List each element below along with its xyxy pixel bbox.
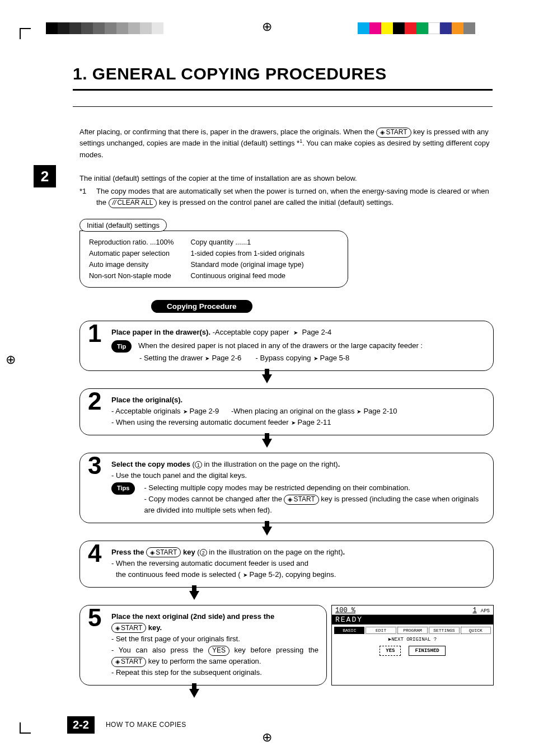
start-key-icon: START [146, 547, 181, 557]
settings-col-2: Copy quantity ......11-sided copies from… [190, 237, 305, 281]
lcd-yes-button[interactable]: YES [380, 646, 401, 656]
reg-right [358, 22, 475, 34]
chapter-tab: 2 [34, 165, 56, 187]
start-key-icon: START [284, 495, 318, 505]
lcd-panel: 100 % 1 APS READY BASIC EDIT PROGRAM SET… [331, 605, 494, 686]
asterisk-text: The copy modes that are automatically se… [96, 186, 494, 208]
lcd-ratio: 100 % [335, 607, 355, 614]
pointer-icon [291, 328, 300, 336]
footer-text: HOW TO MAKE COPIES [106, 721, 186, 729]
clear-all-key-icon: CLEAR ALL [109, 198, 157, 208]
title-thin-line [73, 106, 493, 107]
tips-badge: Tips [111, 482, 135, 495]
arrow-down-icon [0, 589, 500, 601]
title-underline [73, 89, 493, 91]
step-2-number: 2 [88, 389, 101, 414]
lcd-tab-program[interactable]: PROGRAM [397, 627, 428, 634]
lcd-qty: 1 [472, 607, 476, 614]
start-key-icon: START [111, 623, 146, 633]
arrow-down-icon [34, 524, 500, 537]
circled-1-icon: 1 [195, 461, 202, 468]
arrow-down-icon [0, 687, 500, 699]
step-2-box: 2 Place the original(s). - Acceptable or… [79, 388, 494, 435]
step-5-number: 5 [88, 605, 101, 630]
initial-line1: The initial (default) settings of the co… [79, 173, 494, 184]
lcd-tab-edit[interactable]: EDIT [366, 627, 396, 634]
step-1-box: 1 Place paper in the drawer(s). -Accepta… [79, 321, 494, 371]
section-heading: Copying Procedure [151, 300, 252, 313]
settings-box: Reproduction ratio. ...100%Automatic pap… [79, 231, 348, 288]
circled-2-icon: 2 [200, 549, 207, 556]
registration-target-bottom: ⊕ [262, 730, 272, 745]
page-number: 2-2 [67, 716, 95, 734]
step-3-number: 3 [88, 453, 101, 478]
registration-target-top: ⊕ [262, 20, 272, 34]
step-4-box: 4 Press the START key (2 in the illustra… [79, 541, 494, 588]
initial-settings-note: The initial (default) settings of the co… [79, 173, 494, 208]
intro-paragraph: After placing, or confirming that there … [79, 126, 494, 161]
reg-left [46, 22, 163, 34]
yes-key-icon: YES [208, 646, 229, 656]
step-3-box: 3 Select the copy modes (1 in the illust… [79, 453, 494, 524]
start-key-icon: START [111, 657, 146, 667]
lcd-question: ▶NEXT ORIGINAL ? [332, 634, 493, 646]
page-title: 1. GENERAL COPYING PROCEDURES [73, 64, 500, 83]
asterisk-label: *1 [79, 186, 92, 208]
start-key-icon: START [376, 128, 411, 138]
lcd-tab-settings[interactable]: SETTINGS [429, 627, 459, 634]
registration-target-left: ⊕ [6, 353, 16, 367]
step-1-head: Place paper in the drawer(s). [111, 328, 210, 336]
settings-tab-label: Initial (default) settings [79, 219, 167, 232]
lcd-ready: READY [332, 615, 493, 624]
arrow-down-icon [34, 436, 500, 449]
step-2-head: Place the original(s). [111, 395, 485, 406]
settings-col-1: Reproduction ratio. ...100%Automatic pap… [89, 237, 174, 281]
step-3-head: Select the copy modes [111, 460, 190, 468]
step-5-box: 5 Place the next original (2nd side) and… [79, 605, 327, 686]
crop-mark-bl [20, 722, 31, 734]
lcd-finished-button[interactable]: FINISHED [409, 646, 445, 656]
step-1-number: 1 [88, 321, 101, 346]
intro-text-1: After placing, or confirming that there … [79, 128, 374, 136]
lcd-aps: APS [481, 608, 490, 614]
lcd-tabs: BASIC EDIT PROGRAM SETTINGS QUICK [332, 624, 493, 634]
lcd-tab-basic[interactable]: BASIC [334, 627, 364, 634]
lcd-tab-quick[interactable]: QUICK [461, 627, 491, 634]
step-4-number: 4 [88, 541, 101, 566]
arrow-down-icon [34, 372, 500, 384]
tip-badge: Tip [111, 340, 132, 353]
